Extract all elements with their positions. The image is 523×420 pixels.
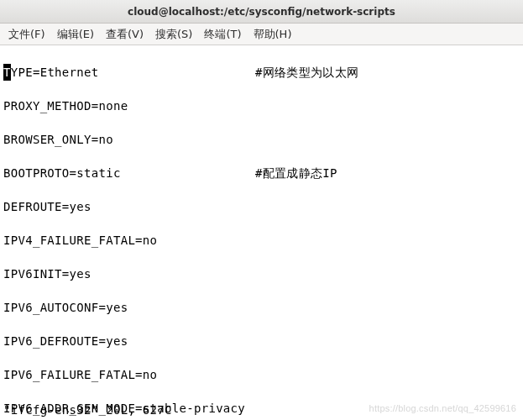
line-text: PROXY_METHOD=none xyxy=(3,97,128,114)
menu-help[interactable]: 帮助(H) xyxy=(254,27,292,42)
line-text: DEFROUTE=yes xyxy=(3,198,92,215)
watermark: https://blog.csdn.net/qq_42599616 xyxy=(369,400,516,417)
line-text: IPV6_FAILURE_FATAL=no xyxy=(3,366,157,383)
vim-status-line: "ifcfg-ens32" 20L, 627C xyxy=(3,402,172,418)
line-text: IPV4_FAILURE_FATAL=no xyxy=(3,232,157,249)
menu-file[interactable]: 文件(F) xyxy=(8,27,45,42)
line-text: IPV6_AUTOCONF=yes xyxy=(3,299,128,316)
terminal-content[interactable]: TYPE=Ethernet#网络类型为以太网 PROXY_METHOD=none… xyxy=(0,45,523,420)
cursor: T xyxy=(3,64,11,81)
line-comment: #配置成静态IP xyxy=(255,165,337,181)
line-text: IPV6INIT=yes xyxy=(3,265,92,282)
menu-edit[interactable]: 编辑(E) xyxy=(57,27,94,42)
line-text: YPE=Ethernet xyxy=(11,66,99,79)
menu-search[interactable]: 搜索(S) xyxy=(155,27,192,42)
menu-terminal[interactable]: 终端(T) xyxy=(204,27,241,42)
window-titlebar: cloud@localhost:/etc/sysconfig/network-s… xyxy=(0,0,523,24)
line-text: BROWSER_ONLY=no xyxy=(3,131,113,148)
menubar: 文件(F) 编辑(E) 查看(V) 搜索(S) 终端(T) 帮助(H) xyxy=(0,24,523,45)
line-text: IPV6_DEFROUTE=yes xyxy=(3,333,128,349)
line-text: BOOTPROTO=static xyxy=(3,165,255,181)
window-title: cloud@localhost:/etc/sysconfig/network-s… xyxy=(128,6,395,18)
menu-view[interactable]: 查看(V) xyxy=(106,27,144,42)
line-comment: #网络类型为以太网 xyxy=(255,64,358,81)
